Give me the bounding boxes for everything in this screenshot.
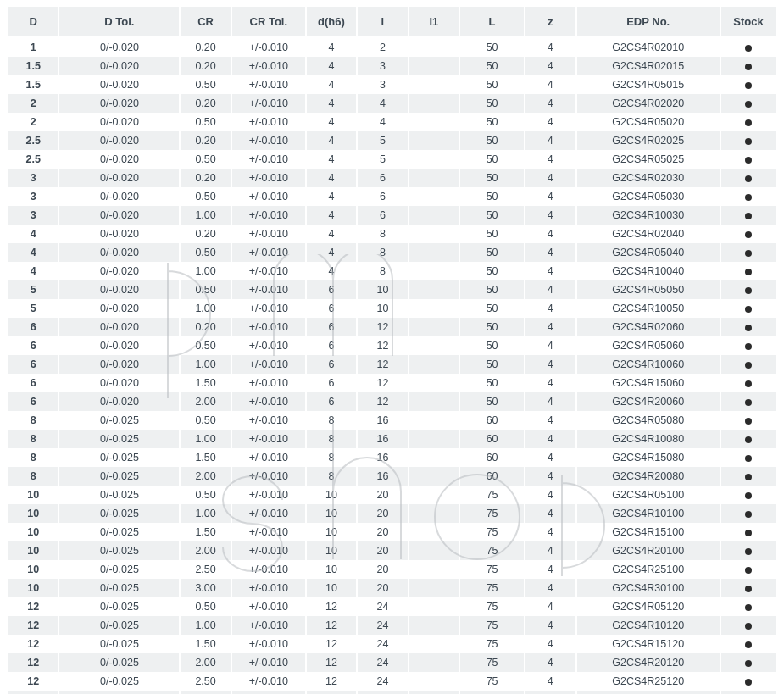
stock-dot-icon: [745, 641, 752, 648]
cell-l: 10: [357, 280, 408, 299]
cell-z: 4: [525, 635, 575, 653]
cell-l1: [409, 75, 459, 94]
cell-DTol: 0/-0.020: [58, 374, 180, 392]
cell-dh6: 4: [306, 243, 357, 262]
table-body: 10/-0.0200.20+/-0.01042504G2CS4R020101.5…: [8, 37, 776, 694]
cell-EDP: G2CS4R05025: [576, 150, 720, 169]
stock-dot-icon: [745, 269, 752, 275]
cell-dh6: 10: [306, 504, 357, 523]
stock-dot-icon: [745, 119, 752, 126]
cell-L: 50: [459, 131, 525, 150]
cell-L: 50: [459, 280, 525, 299]
stock-dot-icon: [745, 530, 752, 536]
cell-l1: [409, 336, 459, 355]
table-row: 40/-0.0200.50+/-0.01048504G2CS4R05040: [8, 243, 776, 262]
cell-L: 50: [459, 75, 525, 94]
cell-Stock: [720, 225, 776, 243]
cell-CRTol: +/-0.010: [231, 187, 306, 206]
cell-l1: [409, 597, 459, 616]
stock-dot-icon: [745, 362, 752, 369]
cell-dh6: 12: [306, 597, 357, 616]
cell-DTol: 0/-0.020: [58, 131, 180, 150]
cell-D: 1: [8, 37, 58, 57]
table-row: 100/-0.0251.50+/-0.0101020754G2CS4R15100: [8, 523, 776, 541]
table-row: 100/-0.0252.50+/-0.0101020754G2CS4R25100: [8, 560, 776, 579]
cell-CRTol: +/-0.010: [231, 560, 306, 579]
cell-L: 75: [459, 691, 525, 694]
cell-DTol: 0/-0.020: [58, 94, 180, 113]
cell-DTol: 0/-0.025: [58, 486, 180, 504]
cell-L: 60: [459, 430, 525, 448]
cell-D: 12: [8, 597, 58, 616]
cell-L: 50: [459, 187, 525, 206]
cell-z: 4: [525, 187, 575, 206]
cell-CR: 2.00: [180, 467, 231, 486]
cell-CR: 0.50: [180, 187, 231, 206]
stock-dot-icon: [745, 287, 752, 294]
cell-EDP: G2CS4R02040: [576, 225, 720, 243]
cell-L: 60: [459, 448, 525, 467]
cell-l1: [409, 560, 459, 579]
cell-l1: [409, 57, 459, 75]
cell-D: 2.5: [8, 150, 58, 169]
cell-L: 50: [459, 57, 525, 75]
cell-L: 60: [459, 467, 525, 486]
stock-dot-icon: [745, 101, 752, 108]
cell-EDP: G2CS4R05100: [576, 486, 720, 504]
cell-Stock: [720, 486, 776, 504]
cell-L: 75: [459, 560, 525, 579]
cell-l1: [409, 392, 459, 411]
cell-D: 12: [8, 691, 58, 694]
cell-l: 20: [357, 523, 408, 541]
cell-CRTol: +/-0.010: [231, 616, 306, 635]
cell-l: 24: [357, 672, 408, 691]
cell-DTol: 0/-0.020: [58, 150, 180, 169]
cell-L: 50: [459, 355, 525, 374]
spec-table: D D Tol. CR CR Tol. d(h6) l l1 L z EDP N…: [7, 7, 777, 694]
cell-EDP: G2CS4R05050: [576, 280, 720, 299]
table-row: 120/-0.0253.00+/-0.0101224754G2CS4R30120: [8, 691, 776, 694]
table-row: 60/-0.0202.00+/-0.010612504G2CS4R20060: [8, 392, 776, 411]
cell-CRTol: +/-0.010: [231, 225, 306, 243]
cell-z: 4: [525, 374, 575, 392]
cell-CRTol: +/-0.010: [231, 262, 306, 280]
cell-CR: 0.50: [180, 280, 231, 299]
cell-dh6: 6: [306, 280, 357, 299]
cell-l: 20: [357, 579, 408, 597]
cell-D: 10: [8, 541, 58, 560]
cell-l1: [409, 225, 459, 243]
cell-D: 6: [8, 336, 58, 355]
cell-l1: [409, 262, 459, 280]
cell-dh6: 4: [306, 57, 357, 75]
cell-z: 4: [525, 672, 575, 691]
cell-dh6: 4: [306, 169, 357, 187]
table-row: 120/-0.0252.00+/-0.0101224754G2CS4R20120: [8, 653, 776, 672]
cell-l: 24: [357, 691, 408, 694]
cell-l1: [409, 37, 459, 57]
cell-CRTol: +/-0.010: [231, 206, 306, 225]
stock-dot-icon: [745, 306, 752, 313]
cell-Stock: [720, 430, 776, 448]
stock-dot-icon: [745, 82, 752, 89]
cell-L: 50: [459, 243, 525, 262]
cell-z: 4: [525, 411, 575, 430]
table-row: 1.50/-0.0200.20+/-0.01043504G2CS4R02015: [8, 57, 776, 75]
cell-DTol: 0/-0.020: [58, 280, 180, 299]
cell-CR: 0.50: [180, 597, 231, 616]
cell-DTol: 0/-0.020: [58, 57, 180, 75]
cell-l1: [409, 504, 459, 523]
cell-l: 8: [357, 262, 408, 280]
cell-l: 2: [357, 37, 408, 57]
table-header-row: D D Tol. CR CR Tol. d(h6) l l1 L z EDP N…: [8, 7, 776, 37]
stock-dot-icon: [745, 250, 752, 257]
cell-dh6: 4: [306, 206, 357, 225]
cell-dh6: 10: [306, 541, 357, 560]
cell-D: 4: [8, 225, 58, 243]
cell-l1: [409, 150, 459, 169]
cell-DTol: 0/-0.025: [58, 597, 180, 616]
cell-L: 75: [459, 672, 525, 691]
cell-Stock: [720, 206, 776, 225]
cell-EDP: G2CS4R02060: [576, 318, 720, 336]
cell-z: 4: [525, 430, 575, 448]
cell-CR: 2.50: [180, 560, 231, 579]
